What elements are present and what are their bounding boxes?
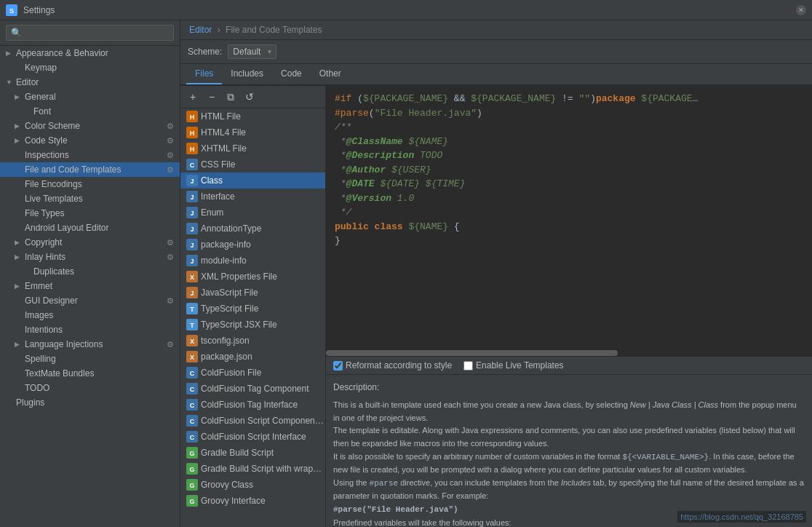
file-item-interface[interactable]: J Interface — [180, 189, 325, 205]
file-icon: C — [186, 367, 198, 379]
sidebar-item-inspections[interactable]: Inspections⚙ — [0, 148, 180, 162]
breadcrumb-parent[interactable]: Editor — [189, 25, 212, 35]
svg-text:C: C — [190, 162, 195, 169]
file-item-html-file[interactable]: H HTML File — [180, 108, 325, 124]
expand-arrow: ▶ — [15, 282, 23, 290]
reformat-checkbox-label[interactable]: Reformat according to style — [333, 360, 452, 371]
tab-includes[interactable]: Includes — [222, 64, 272, 84]
svg-text:H: H — [190, 146, 195, 153]
sidebar-item-label: Language Injections — [25, 339, 103, 349]
gear-icon: ⚙ — [167, 165, 174, 175]
tab-files[interactable]: Files — [186, 64, 222, 84]
file-icon: J — [186, 207, 198, 218]
sidebar-item-code-style[interactable]: ▶Code Style⚙ — [0, 133, 180, 148]
svg-text:J: J — [190, 242, 194, 249]
horizontal-scrollbar[interactable] — [326, 350, 812, 356]
sidebar-item-color-scheme[interactable]: ▶Color Scheme⚙ — [0, 119, 180, 133]
search-input[interactable] — [6, 25, 174, 41]
sidebar-item-spelling[interactable]: Spelling — [0, 352, 180, 366]
svg-text:T: T — [190, 322, 194, 329]
code-editor[interactable]: #if (${PACKAGE_NAME} && ${PACKAGE_NAME} … — [326, 86, 812, 350]
sidebar-item-live-templates[interactable]: Live Templates — [0, 191, 180, 206]
svg-text:C: C — [190, 386, 195, 393]
gear-icon: ⚙ — [167, 151, 174, 160]
file-item-module-info[interactable]: J module-info — [180, 253, 325, 269]
file-item-label: JavaScript File — [201, 288, 258, 298]
sidebar-item-label: Color Scheme — [25, 121, 80, 131]
sidebar-item-font[interactable]: Font — [0, 104, 180, 119]
file-item-package-json[interactable]: X package.json — [180, 349, 325, 365]
sidebar-item-editor[interactable]: ▼Editor — [0, 75, 180, 90]
close-button[interactable]: ✕ — [796, 5, 806, 15]
reformat-checkbox[interactable] — [333, 361, 343, 371]
sidebar-item-file-types[interactable]: File Types — [0, 206, 180, 221]
file-item-css-file[interactable]: C CSS File — [180, 156, 325, 173]
file-item-gradle-build[interactable]: G Gradle Build Script — [180, 445, 325, 461]
sidebar-item-gui-designer[interactable]: GUI Designer⚙ — [0, 293, 180, 308]
file-item-label: TypeScript JSX File — [201, 320, 277, 330]
file-item-groovy-class[interactable]: G Groovy Class — [180, 477, 325, 493]
sidebar-item-plugins[interactable]: Plugins — [0, 395, 180, 410]
reformat-label: Reformat according to style — [346, 360, 452, 371]
file-item-xhtml-file[interactable]: H XHTML File — [180, 140, 325, 156]
svg-text:J: J — [190, 178, 194, 185]
file-item-coldfusion-script-iface[interactable]: C ColdFusion Script Interface — [180, 429, 325, 445]
sidebar-item-label: Duplicates — [33, 266, 74, 277]
sidebar-item-appearance[interactable]: ▶Appearance & Behavior — [0, 46, 180, 60]
file-item-coldfusion-tag-iface[interactable]: C ColdFusion Tag Interface — [180, 397, 325, 413]
file-icon: C — [186, 431, 198, 443]
live-templates-checkbox[interactable] — [463, 361, 473, 371]
file-item-enum[interactable]: J Enum — [180, 205, 325, 221]
file-item-tsconfig[interactable]: X tsconfig.json — [180, 333, 325, 349]
sidebar-item-copyright[interactable]: ▶Copyright⚙ — [0, 235, 180, 250]
description-area: Description: This is a built-in template… — [326, 374, 812, 527]
sidebar-item-todo[interactable]: TODO — [0, 381, 180, 395]
reset-file-button[interactable]: ↺ — [242, 89, 258, 105]
tab-other[interactable]: Other — [311, 64, 350, 84]
tab-code[interactable]: Code — [272, 64, 311, 84]
file-item-groovy-interface[interactable]: G Groovy Interface — [180, 493, 325, 509]
window-controls: ✕ — [796, 5, 806, 15]
live-templates-checkbox-label[interactable]: Enable Live Templates — [463, 360, 564, 371]
sidebar-item-duplicates[interactable]: Duplicates — [0, 264, 180, 279]
sidebar-item-file-encodings[interactable]: File Encodings — [0, 177, 180, 191]
file-item-javascript-file[interactable]: J JavaScript File — [180, 285, 325, 301]
sidebar-item-label: Keymap — [25, 63, 57, 73]
sidebar-item-intentions[interactable]: Intentions — [0, 322, 180, 337]
file-item-label: module-info — [201, 255, 247, 266]
sidebar-item-android-layout[interactable]: Android Layout Editor — [0, 221, 180, 235]
expand-arrow: ▶ — [15, 122, 23, 130]
sidebar-item-textmate[interactable]: TextMate Bundles — [0, 366, 180, 381]
expand-arrow: ▶ — [15, 239, 23, 246]
file-item-package-info[interactable]: J package-info — [180, 237, 325, 253]
file-item-typescript-jsx[interactable]: T TypeScript JSX File — [180, 317, 325, 333]
sidebar-item-label: Android Layout Editor — [25, 223, 108, 233]
file-item-annotation-type[interactable]: J AnnotationType — [180, 221, 325, 237]
sidebar-item-keymap[interactable]: Keymap — [0, 60, 180, 75]
file-icon: T — [186, 303, 198, 314]
sidebar-item-images[interactable]: Images — [0, 308, 180, 322]
expand-arrow: ▶ — [15, 341, 23, 348]
sidebar-item-emmet[interactable]: ▶Emmet — [0, 279, 180, 293]
copy-file-button[interactable]: ⧉ — [223, 89, 239, 105]
sidebar-item-inlay-hints[interactable]: ▶Inlay Hints⚙ — [0, 250, 180, 264]
file-item-xml-properties[interactable]: X XML Properties File — [180, 269, 325, 285]
sidebar-item-general[interactable]: ▶General — [0, 90, 180, 104]
sidebar-item-lang-injections[interactable]: ▶Language Injections⚙ — [0, 337, 180, 352]
sidebar-item-file-code-templates[interactable]: File and Code Templates⚙ — [0, 162, 180, 177]
file-item-coldfusion-tag-comp[interactable]: C ColdFusion Tag Component — [180, 381, 325, 397]
add-file-button[interactable]: + — [185, 89, 201, 105]
file-item-coldfusion-script-comp[interactable]: C ColdFusion Script Componen… — [180, 413, 325, 429]
scheme-select[interactable]: Default Project — [228, 44, 276, 59]
file-item-label: ColdFusion Script Componen… — [201, 416, 324, 426]
file-item-coldfusion-file[interactable]: C ColdFusion File — [180, 365, 325, 381]
file-icon: J — [186, 255, 198, 266]
gear-icon: ⚙ — [167, 238, 174, 247]
file-item-typescript-file[interactable]: T TypeScript File — [180, 301, 325, 317]
file-item-class[interactable]: J Class — [180, 173, 325, 189]
file-item-html4-file[interactable]: H HTML4 File — [180, 124, 325, 140]
file-item-gradle-build-wrap[interactable]: G Gradle Build Script with wrap… — [180, 461, 325, 477]
file-item-label: ColdFusion Tag Component — [201, 384, 309, 394]
remove-file-button[interactable]: − — [204, 89, 220, 105]
sidebar-item-label: Inlay Hints — [25, 252, 65, 262]
